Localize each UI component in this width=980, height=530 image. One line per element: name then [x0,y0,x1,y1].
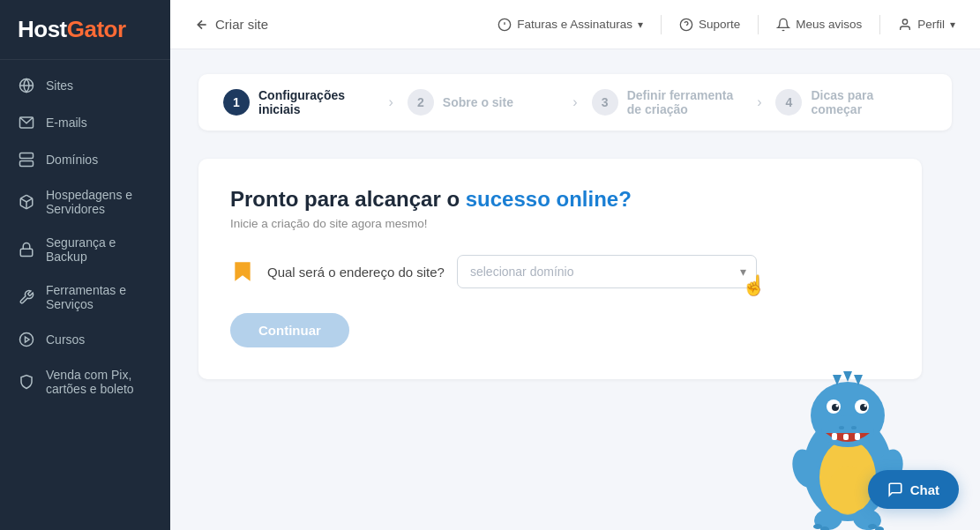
sidebar-item-dominios[interactable]: Domínios [0,141,170,178]
sidebar-label-hospedagens: Hospedagens e Servidores [46,188,153,216]
globe-icon [18,77,35,94]
lock-icon [18,241,35,258]
domain-row: Qual será o endereço do site? selecionar… [230,255,890,288]
svg-point-31 [864,405,867,407]
svg-rect-24 [843,434,849,440]
step-4-label: Dicas para começar [811,88,927,116]
svg-rect-8 [20,249,33,256]
step-3: 3 Definir ferramenta de criação [592,88,744,116]
sidebar-label-ferramentas: Ferramentas e Serviços [46,283,153,311]
step-arrow-3: › [757,94,761,110]
sidebar-label-pix: Venda com Pix, cartões e boleto [46,368,153,396]
suporte-label: Suporte [699,18,740,31]
sidebar-label-cursos: Cursos [46,332,85,347]
sidebar-label-dominios: Domínios [46,153,98,167]
back-label: Criar site [215,17,268,32]
sidebar-item-ferramentas[interactable]: Ferramentas e Serviços [0,273,170,321]
faturas-button[interactable]: Faturas e Assinaturas ▾ [497,18,643,32]
continuar-button[interactable]: Continuar [230,313,349,347]
svg-point-41 [839,426,844,429]
box-icon [18,193,35,211]
email-icon [18,114,35,131]
domain-select[interactable]: selecionar domínio [457,255,757,288]
step-1-label: Configurações iniciais [258,88,375,116]
sidebar-label-emails: E-mails [46,116,87,130]
dollar-icon [497,18,512,32]
chat-icon [887,481,903,497]
domain-question-label: Qual será o endereço do site? [267,265,445,280]
avisos-label: Meus avisos [796,18,862,31]
page-content: 1 Configurações iniciais › 2 Sobre o sit… [170,49,980,530]
topbar-divider-3 [879,15,880,34]
step-2-number: 2 [408,89,434,116]
svg-rect-4 [20,161,34,167]
svg-point-42 [851,426,857,429]
play-icon [18,331,35,348]
step-1: 1 Configurações iniciais [223,88,375,116]
form-subtitle: Inicie a criação do site agora mesmo! [230,217,890,230]
shield-icon [18,373,35,391]
topbar-divider-2 [758,15,759,34]
step-arrow-2: › [572,94,577,110]
perfil-button[interactable]: Perfil ▾ [898,18,955,32]
sidebar-label-sites: Sites [46,78,73,93]
suporte-button[interactable]: Suporte [679,18,740,32]
step-4-number: 4 [775,89,802,116]
step-3-number: 3 [592,89,618,116]
svg-rect-25 [855,433,860,440]
question-icon [679,18,693,32]
svg-marker-18 [235,262,250,281]
main-content: Criar site Faturas e Assinaturas ▾ Supor… [170,0,980,530]
bell-icon [776,18,790,32]
form-title-highlight: sucesso online? [466,187,632,211]
flag-icon [230,259,255,284]
avisos-button[interactable]: Meus avisos [776,18,862,32]
domain-select-wrapper: selecionar domínio ▾ ☝ [457,255,757,288]
svg-point-30 [836,405,839,407]
chat-button[interactable]: Chat [868,470,959,509]
form-title: Pronto para alcançar o sucesso online? [230,187,890,212]
svg-point-9 [20,333,34,347]
sidebar-item-cursos[interactable]: Cursos [0,321,170,358]
step-3-label: Definir ferramenta de criação [627,88,744,116]
sidebar-nav: Sites E-mails Domínios Hospedagens e Ser… [0,60,170,530]
step-2: 2 Sobre o site [408,89,559,116]
step-1-number: 1 [223,89,250,116]
sidebar-item-pix[interactable]: Venda com Pix, cartões e boleto [0,358,170,406]
faturas-label: Faturas e Assinaturas [517,18,632,31]
logo: HostGator [0,0,170,60]
arrow-left-icon [195,18,209,32]
step-arrow-1: › [389,94,393,110]
svg-point-34 [828,466,867,515]
step-2-label: Sobre o site [443,95,513,109]
svg-marker-10 [26,337,30,342]
form-card: Pronto para alcançar o sucesso online? I… [198,159,922,379]
sidebar-item-sites[interactable]: Sites [0,67,170,104]
perfil-label: Perfil [917,18,945,31]
server-icon [18,151,35,168]
sidebar-item-emails[interactable]: E-mails [0,104,170,141]
sidebar-label-seguranca: Segurança e Backup [46,235,153,264]
svg-point-17 [903,19,908,24]
faturas-chevron-icon: ▾ [638,19,643,31]
svg-rect-3 [20,153,34,159]
svg-rect-23 [832,433,837,440]
user-icon [898,18,912,32]
svg-point-22 [821,415,874,447]
tool-icon [18,288,35,306]
sidebar: HostGator Sites E-mails Domínios Hosped [0,0,170,530]
back-button[interactable]: Criar site [195,17,268,32]
topbar-actions: Faturas e Assinaturas ▾ Suporte Meus avi… [497,15,955,34]
step-4: 4 Dicas para começar [775,88,927,116]
sidebar-item-seguranca[interactable]: Segurança e Backup [0,226,170,273]
svg-marker-43 [843,371,852,382]
sidebar-item-hospedagens[interactable]: Hospedagens e Servidores [0,178,170,226]
stepper: 1 Configurações iniciais › 2 Sobre o sit… [198,74,952,131]
perfil-chevron-icon: ▾ [950,19,955,31]
chat-label: Chat [910,482,939,497]
topbar-divider-1 [661,15,662,34]
topbar: Criar site Faturas e Assinaturas ▾ Supor… [170,0,980,49]
bookmark-flag-icon [231,260,254,283]
